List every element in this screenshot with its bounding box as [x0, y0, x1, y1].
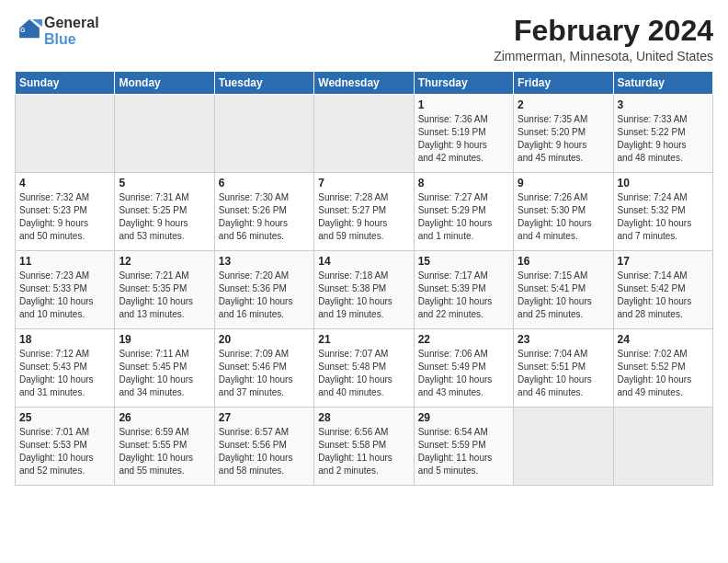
- calendar-cell: 28Sunrise: 6:56 AM Sunset: 5:58 PM Dayli…: [314, 408, 414, 486]
- calendar-cell: 19Sunrise: 7:11 AM Sunset: 5:45 PM Dayli…: [115, 329, 214, 408]
- day-number: 8: [418, 177, 509, 190]
- day-number: 7: [318, 177, 409, 190]
- calendar-cell: 14Sunrise: 7:18 AM Sunset: 5:38 PM Dayli…: [314, 251, 414, 329]
- calendar-cell: 7Sunrise: 7:28 AM Sunset: 5:27 PM Daylig…: [314, 173, 414, 251]
- day-info: Sunrise: 6:56 AM Sunset: 5:58 PM Dayligh…: [318, 426, 409, 477]
- day-info: Sunrise: 7:18 AM Sunset: 5:38 PM Dayligh…: [318, 270, 409, 321]
- day-info: Sunrise: 7:15 AM Sunset: 5:41 PM Dayligh…: [518, 270, 609, 321]
- calendar-cell: 18Sunrise: 7:12 AM Sunset: 5:43 PM Dayli…: [16, 329, 115, 408]
- day-number: 25: [19, 411, 110, 424]
- logo-blue: Blue: [44, 31, 99, 48]
- calendar-cell: 12Sunrise: 7:21 AM Sunset: 5:35 PM Dayli…: [115, 251, 214, 329]
- calendar-cell: 1Sunrise: 7:36 AM Sunset: 5:19 PM Daylig…: [414, 95, 513, 173]
- day-info: Sunrise: 7:32 AM Sunset: 5:23 PM Dayligh…: [19, 191, 110, 243]
- day-info: Sunrise: 7:36 AM Sunset: 5:19 PM Dayligh…: [418, 113, 509, 165]
- calendar-cell: [314, 95, 414, 173]
- day-number: 14: [318, 255, 409, 268]
- location-subtitle: Zimmerman, Minnesota, United States: [494, 49, 713, 63]
- day-info: Sunrise: 7:21 AM Sunset: 5:35 PM Dayligh…: [119, 270, 210, 321]
- calendar-cell: 22Sunrise: 7:06 AM Sunset: 5:49 PM Dayli…: [414, 329, 513, 408]
- calendar-cell: 21Sunrise: 7:07 AM Sunset: 5:48 PM Dayli…: [314, 329, 414, 408]
- calendar-week-row: 25Sunrise: 7:01 AM Sunset: 5:53 PM Dayli…: [16, 408, 713, 486]
- day-info: Sunrise: 7:02 AM Sunset: 5:52 PM Dayligh…: [618, 348, 709, 399]
- day-info: Sunrise: 7:28 AM Sunset: 5:27 PM Dayligh…: [318, 191, 409, 243]
- calendar-cell: 4Sunrise: 7:32 AM Sunset: 5:23 PM Daylig…: [16, 173, 115, 251]
- day-number: 26: [119, 411, 210, 424]
- calendar-cell: 9Sunrise: 7:26 AM Sunset: 5:30 PM Daylig…: [514, 173, 613, 251]
- day-number: 24: [618, 333, 709, 346]
- day-info: Sunrise: 7:17 AM Sunset: 5:39 PM Dayligh…: [418, 270, 509, 321]
- calendar-week-row: 1Sunrise: 7:36 AM Sunset: 5:19 PM Daylig…: [16, 95, 713, 173]
- calendar-cell: 23Sunrise: 7:04 AM Sunset: 5:51 PM Dayli…: [514, 329, 613, 408]
- day-info: Sunrise: 7:04 AM Sunset: 5:51 PM Dayligh…: [518, 348, 609, 399]
- calendar-table: SundayMondayTuesdayWednesdayThursdayFrid…: [15, 71, 713, 486]
- col-header-wednesday: Wednesday: [314, 72, 414, 95]
- day-info: Sunrise: 7:30 AM Sunset: 5:26 PM Dayligh…: [219, 191, 310, 243]
- calendar-week-row: 18Sunrise: 7:12 AM Sunset: 5:43 PM Dayli…: [16, 329, 713, 408]
- col-header-sunday: Sunday: [16, 72, 115, 95]
- day-number: 11: [19, 255, 110, 268]
- calendar-cell: [613, 408, 712, 486]
- calendar-cell: 15Sunrise: 7:17 AM Sunset: 5:39 PM Dayli…: [414, 251, 513, 329]
- calendar-cell: [514, 408, 613, 486]
- calendar-cell: 16Sunrise: 7:15 AM Sunset: 5:41 PM Dayli…: [514, 251, 613, 329]
- calendar-cell: 8Sunrise: 7:27 AM Sunset: 5:29 PM Daylig…: [414, 173, 513, 251]
- calendar-cell: 10Sunrise: 7:24 AM Sunset: 5:32 PM Dayli…: [613, 173, 712, 251]
- calendar-cell: [214, 95, 313, 173]
- day-info: Sunrise: 7:07 AM Sunset: 5:48 PM Dayligh…: [318, 348, 409, 399]
- day-number: 9: [518, 177, 609, 190]
- logo-general: General: [44, 15, 99, 31]
- day-number: 23: [518, 333, 609, 346]
- calendar-cell: [115, 95, 214, 173]
- day-number: 6: [219, 177, 310, 190]
- day-info: Sunrise: 7:24 AM Sunset: 5:32 PM Dayligh…: [618, 191, 709, 243]
- day-info: Sunrise: 7:33 AM Sunset: 5:22 PM Dayligh…: [618, 113, 709, 165]
- day-number: 22: [418, 333, 509, 346]
- calendar-cell: 20Sunrise: 7:09 AM Sunset: 5:46 PM Dayli…: [214, 329, 313, 408]
- day-info: Sunrise: 7:12 AM Sunset: 5:43 PM Dayligh…: [19, 348, 110, 399]
- calendar-cell: 11Sunrise: 7:23 AM Sunset: 5:33 PM Dayli…: [16, 251, 115, 329]
- calendar-cell: 29Sunrise: 6:54 AM Sunset: 5:59 PM Dayli…: [414, 408, 513, 486]
- calendar-cell: [16, 95, 115, 173]
- col-header-tuesday: Tuesday: [214, 72, 313, 95]
- month-title: February 2024: [494, 15, 713, 47]
- calendar-cell: 2Sunrise: 7:35 AM Sunset: 5:20 PM Daylig…: [514, 95, 613, 173]
- day-info: Sunrise: 7:35 AM Sunset: 5:20 PM Dayligh…: [518, 113, 609, 165]
- svg-text:G: G: [20, 28, 26, 34]
- col-header-friday: Friday: [514, 72, 613, 95]
- day-number: 18: [19, 333, 110, 346]
- day-info: Sunrise: 6:59 AM Sunset: 5:55 PM Dayligh…: [119, 426, 210, 477]
- col-header-monday: Monday: [115, 72, 214, 95]
- day-info: Sunrise: 7:20 AM Sunset: 5:36 PM Dayligh…: [219, 270, 310, 321]
- day-info: Sunrise: 7:27 AM Sunset: 5:29 PM Dayligh…: [418, 191, 509, 243]
- day-number: 2: [518, 98, 609, 111]
- day-info: Sunrise: 7:06 AM Sunset: 5:49 PM Dayligh…: [418, 348, 509, 399]
- day-number: 1: [418, 98, 509, 111]
- title-block: February 2024 Zimmerman, Minnesota, Unit…: [494, 15, 713, 63]
- day-number: 17: [618, 255, 709, 268]
- day-number: 12: [119, 255, 210, 268]
- day-number: 13: [219, 255, 310, 268]
- day-number: 15: [418, 255, 509, 268]
- day-number: 10: [618, 177, 709, 190]
- calendar-cell: 24Sunrise: 7:02 AM Sunset: 5:52 PM Dayli…: [613, 329, 712, 408]
- col-header-thursday: Thursday: [414, 72, 513, 95]
- calendar-cell: 17Sunrise: 7:14 AM Sunset: 5:42 PM Dayli…: [613, 251, 712, 329]
- day-info: Sunrise: 7:11 AM Sunset: 5:45 PM Dayligh…: [119, 348, 210, 399]
- day-info: Sunrise: 7:26 AM Sunset: 5:30 PM Dayligh…: [518, 191, 609, 243]
- day-info: Sunrise: 7:14 AM Sunset: 5:42 PM Dayligh…: [618, 270, 709, 321]
- day-info: Sunrise: 7:01 AM Sunset: 5:53 PM Dayligh…: [19, 426, 110, 477]
- day-number: 21: [318, 333, 409, 346]
- day-number: 4: [19, 177, 110, 190]
- day-number: 19: [119, 333, 210, 346]
- day-number: 5: [119, 177, 210, 190]
- day-number: 3: [618, 98, 709, 111]
- calendar-cell: 6Sunrise: 7:30 AM Sunset: 5:26 PM Daylig…: [214, 173, 313, 251]
- day-info: Sunrise: 7:23 AM Sunset: 5:33 PM Dayligh…: [19, 270, 110, 321]
- calendar-week-row: 4Sunrise: 7:32 AM Sunset: 5:23 PM Daylig…: [16, 173, 713, 251]
- logo-icon: G: [17, 17, 42, 42]
- calendar-cell: 5Sunrise: 7:31 AM Sunset: 5:25 PM Daylig…: [115, 173, 214, 251]
- header-row: SundayMondayTuesdayWednesdayThursdayFrid…: [16, 72, 713, 95]
- day-number: 27: [219, 411, 310, 424]
- calendar-week-row: 11Sunrise: 7:23 AM Sunset: 5:33 PM Dayli…: [16, 251, 713, 329]
